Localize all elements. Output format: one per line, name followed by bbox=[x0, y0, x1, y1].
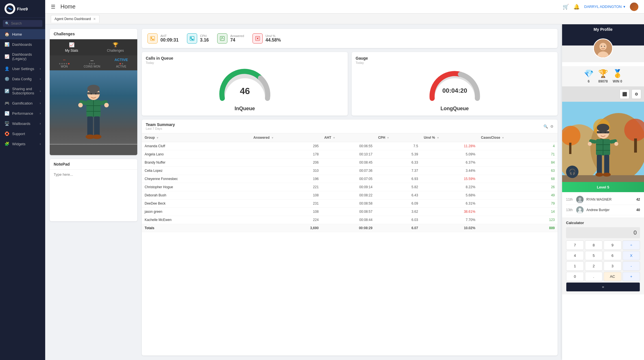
calc-btn-2[interactable]: 2 bbox=[585, 261, 603, 271]
hamburger-icon[interactable]: ☰ bbox=[51, 4, 55, 10]
svg-point-57 bbox=[600, 132, 602, 133]
cell-cases: 63 bbox=[478, 167, 558, 175]
team-summary-table-wrap: Group ▾ Answered ▾ AHT ▾ CPH ▾ Unvl % ▾ … bbox=[142, 133, 558, 355]
profile-avatar-section bbox=[562, 34, 644, 62]
calc-btn-[interactable]: - bbox=[623, 261, 640, 271]
lb-row-2: 13th Andrew Buntjer 40 bbox=[566, 205, 640, 215]
gauges-row: Calls in Queue Today 46 bbox=[142, 52, 558, 116]
sidebar-item-widgets[interactable]: 🧩 Widgets › bbox=[0, 139, 45, 149]
col-unvl[interactable]: Unvl % ▾ bbox=[421, 133, 478, 142]
notepad-textarea[interactable] bbox=[50, 170, 137, 220]
col-cph[interactable]: CPH ▾ bbox=[375, 133, 421, 142]
profile-toggle-btn[interactable]: ⬛ bbox=[620, 89, 629, 99]
calc-btn-AC[interactable]: AC bbox=[604, 272, 621, 281]
tab-my-stats[interactable]: 📈 My Stats bbox=[50, 39, 93, 55]
calc-btn-4[interactable]: 4 bbox=[566, 251, 584, 260]
cph-value: 3.16 bbox=[200, 38, 209, 43]
sidebar-item-home[interactable]: 🏠 Home bbox=[0, 29, 45, 39]
profile-settings-btn[interactable]: ⚙ bbox=[632, 89, 641, 99]
calc-btn-6[interactable]: 6 bbox=[604, 251, 621, 260]
calc-btn-[interactable]: . bbox=[585, 272, 603, 281]
calc-btn-7[interactable]: 7 bbox=[566, 240, 584, 250]
cell-group: Christopher Hogue bbox=[142, 183, 251, 191]
cell-cph: 5.82 bbox=[375, 183, 421, 191]
aht-text: AHT 00:09:31 bbox=[160, 34, 179, 43]
unvl-label: Unvl % bbox=[266, 34, 281, 38]
user-settings-icon: 👤 bbox=[5, 66, 9, 71]
user-menu[interactable]: DARRYL ADDINGTON ▾ bbox=[584, 5, 625, 9]
leaderboard-icon-circle[interactable]: 🎧 bbox=[566, 166, 578, 178]
calc-btn-[interactable]: ÷ bbox=[623, 240, 640, 250]
sort-icon: ▾ bbox=[437, 136, 439, 139]
table-row: Deborah Bush 108 00:08:22 6.43 5.68% 49 bbox=[142, 191, 558, 199]
svg-rect-50 bbox=[604, 155, 609, 174]
col-aht[interactable]: AHT ▾ bbox=[321, 133, 375, 142]
col-cases[interactable]: CasesClose ▾ bbox=[478, 133, 558, 142]
calc-btn-8[interactable]: 8 bbox=[585, 240, 603, 250]
home-icon: 🏠 bbox=[5, 32, 9, 36]
col-group[interactable]: Group ▾ bbox=[142, 133, 251, 142]
svg-point-43 bbox=[597, 124, 609, 132]
sidebar-item-dashboards-legacy[interactable]: 📈 Dashboards (Legacy) bbox=[0, 49, 45, 64]
sidebar-item-label: User Settings bbox=[12, 67, 34, 71]
calc-btn-0[interactable]: 0 bbox=[566, 272, 584, 281]
calc-btn-[interactable]: + bbox=[623, 272, 640, 281]
sidebar-item-label: Dashboards (Legacy) bbox=[12, 52, 41, 61]
user-dropdown-icon: ▾ bbox=[623, 5, 625, 9]
sidebar-item-gamification[interactable]: 🎮 Gamification › bbox=[0, 98, 45, 108]
calc-btn-9[interactable]: 9 bbox=[604, 240, 621, 250]
calc-btn-3[interactable]: 3 bbox=[604, 261, 621, 271]
sidebar-item-label: Widgets bbox=[12, 142, 25, 146]
cell-answered: 310 bbox=[251, 167, 321, 175]
main-area: ☰ Home 🛒 🔔 DARRYL ADDINGTON ▾ Agent Demo… bbox=[45, 0, 644, 360]
sidebar-item-sharing-subscriptions[interactable]: ↗️ Sharing and Subscriptions › bbox=[0, 84, 45, 98]
cell-cases: 26 bbox=[478, 183, 558, 191]
table-row: Amanda Cluff 295 00:06:55 7.5 11.28% 4 bbox=[142, 142, 558, 150]
tab-challenges[interactable]: 🏆 Challenges bbox=[93, 39, 137, 55]
sidebar-item-user-settings[interactable]: 👤 User Settings › bbox=[0, 64, 45, 74]
notification-icon[interactable]: 🔔 bbox=[573, 4, 580, 10]
search-input[interactable] bbox=[11, 21, 40, 25]
sidebar-item-dashboards[interactable]: 📊 Dashboards bbox=[0, 39, 45, 49]
team-summary-title: Team Summary bbox=[146, 122, 175, 127]
stat-unvl: Unvl % 44.58% bbox=[253, 33, 281, 44]
sidebar-item-wallboards[interactable]: 🖥️ Wallboards › bbox=[0, 118, 45, 129]
avatar[interactable] bbox=[630, 3, 638, 11]
svg-rect-9 bbox=[87, 116, 93, 136]
cell-cph: 6.33 bbox=[375, 159, 421, 167]
table-header-row: Group ▾ Answered ▾ AHT ▾ CPH ▾ Unvl % ▾ … bbox=[142, 133, 558, 142]
sidebar-item-performance[interactable]: 📉 Performance › bbox=[0, 108, 45, 118]
aht-value: 00:09:31 bbox=[160, 38, 179, 43]
profile-badges: 💎 6 🏆 89078 🥇 WIN 0 bbox=[562, 66, 644, 86]
gauge-title: Gauge bbox=[356, 56, 554, 60]
cell-cases: 4 bbox=[478, 142, 558, 150]
svg-rect-4 bbox=[87, 92, 100, 94]
sidebar-item-data-config[interactable]: ⚙️ Data Config › bbox=[0, 74, 45, 84]
search-icon: 🔍 bbox=[5, 21, 9, 25]
search-box[interactable]: 🔍 bbox=[3, 20, 42, 27]
lb-rank-2: 13th bbox=[566, 208, 573, 212]
dot-active bbox=[119, 63, 121, 64]
calc-btn-5[interactable]: 5 bbox=[585, 251, 603, 260]
cart-icon[interactable]: 🛒 bbox=[563, 4, 569, 10]
longqueue-label: LongQueue bbox=[441, 106, 469, 112]
tab-agent-demo[interactable]: Agent Demo Dashboard ✕ bbox=[51, 15, 99, 23]
calc-btn-1[interactable]: 1 bbox=[566, 261, 584, 271]
filter-icon[interactable]: ⚙ bbox=[550, 124, 554, 129]
sidebar-item-support[interactable]: 🛟 Support › bbox=[0, 129, 45, 139]
answered-value: 74 bbox=[230, 38, 244, 43]
calc-grid: 789÷456X123-0.AC+= bbox=[566, 240, 640, 292]
search-icon-ts[interactable]: 🔍 bbox=[543, 124, 548, 129]
col-answered[interactable]: Answered ▾ bbox=[251, 133, 321, 142]
cell-cph: 5.39 bbox=[375, 150, 421, 159]
dot bbox=[64, 63, 65, 64]
sidebar-item-label: Dashboards bbox=[12, 42, 32, 47]
cell-unvl: 3.44% bbox=[421, 167, 478, 175]
table-row: DeeDee Beck 231 00:08:58 6.09 6.31% 79 bbox=[142, 199, 558, 208]
calc-btn-X[interactable]: X bbox=[623, 251, 640, 260]
calc-btn-[interactable]: = bbox=[566, 282, 640, 292]
tab-close-icon[interactable]: ✕ bbox=[93, 17, 96, 21]
logo-text: Five9 bbox=[17, 6, 28, 11]
chevron-right-icon: › bbox=[40, 90, 41, 93]
challenges-arena bbox=[50, 70, 137, 155]
